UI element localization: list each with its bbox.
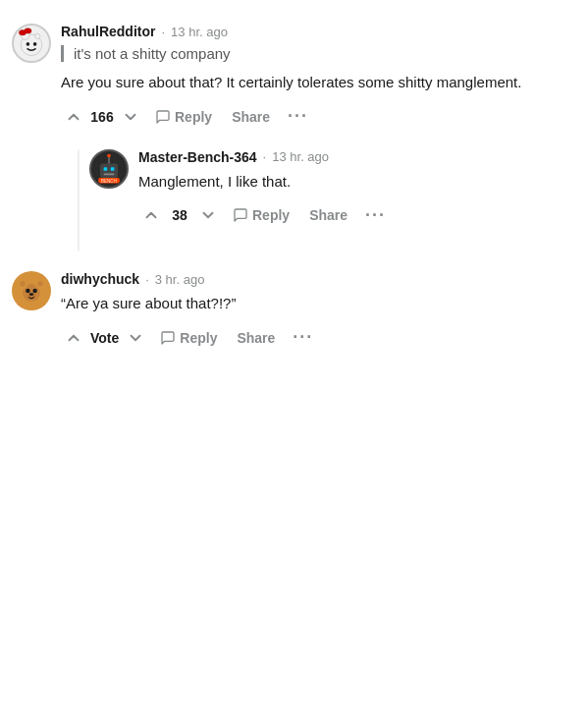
vote-section-master: 38 xyxy=(138,202,221,228)
share-button-master[interactable]: Share xyxy=(301,203,355,227)
separator: · xyxy=(161,25,165,39)
timestamp-diwhychuck: 3 hr. ago xyxy=(155,272,205,287)
comment-diwhychuck: diwhychuck · 3 hr. ago “Are ya sure abou… xyxy=(12,271,576,351)
comment-header-rahul: RahulRedditor · 13 hr. ago xyxy=(61,24,576,39)
action-bar-diwhychuck: Vote Reply Share ··· xyxy=(61,325,576,351)
share-button-rahul[interactable]: Share xyxy=(224,105,278,129)
comment-body-master: Master-Bench-364 · 13 hr. ago Manglement… xyxy=(138,149,576,229)
upvote-button-master[interactable] xyxy=(138,202,164,228)
quoted-text-rahul: it's not a shitty company xyxy=(61,45,576,62)
svg-point-14 xyxy=(107,153,111,157)
svg-rect-13 xyxy=(108,156,110,163)
downvote-button-diwhychuck[interactable] xyxy=(123,325,148,351)
separator: · xyxy=(145,272,149,287)
more-button-master[interactable]: ··· xyxy=(359,203,392,228)
svg-point-1 xyxy=(27,42,30,46)
vote-count-master: 38 xyxy=(168,207,191,223)
username-rahul: RahulRedditor xyxy=(61,24,155,39)
comment-text-rahul: Are you sure about that? It certainly to… xyxy=(61,72,576,94)
svg-point-4 xyxy=(35,33,40,38)
comment-thread: RahulRedditor · 13 hr. ago it's not a sh… xyxy=(0,16,588,378)
comment-body-rahul: RahulRedditor · 13 hr. ago it's not a sh… xyxy=(61,24,576,130)
downvote-button-rahul[interactable] xyxy=(118,104,143,130)
comment-header-master: Master-Bench-364 · 13 hr. ago xyxy=(138,149,576,165)
reply-button-master[interactable]: Reply xyxy=(225,203,297,227)
share-button-diwhychuck[interactable]: Share xyxy=(229,326,283,350)
vote-section-rahul: 166 xyxy=(61,104,143,130)
svg-point-23 xyxy=(26,289,30,294)
thread-line-wrapper: BENCH Master-Bench-364 · 13 hr. ago Mang… xyxy=(59,149,576,252)
comment-header-diwhychuck: diwhychuck · 3 hr. ago xyxy=(61,271,576,287)
more-button-diwhychuck[interactable]: ··· xyxy=(287,325,319,350)
svg-point-22 xyxy=(37,281,42,286)
vote-section-diwhychuck: Vote xyxy=(61,325,148,351)
comment-master: BENCH Master-Bench-364 · 13 hr. ago Mang… xyxy=(89,149,576,229)
reply-button-rahul[interactable]: Reply xyxy=(147,105,220,129)
upvote-button-rahul[interactable] xyxy=(61,104,86,130)
timestamp-rahul: 13 hr. ago xyxy=(171,25,228,39)
svg-rect-9 xyxy=(100,163,118,177)
avatar-rahul xyxy=(12,24,51,63)
nested-body-master: BENCH Master-Bench-364 · 13 hr. ago Mang… xyxy=(89,149,576,252)
timestamp-master: 13 hr. ago xyxy=(272,149,329,164)
svg-point-24 xyxy=(32,289,37,294)
svg-point-2 xyxy=(33,42,37,46)
reply-button-diwhychuck[interactable]: Reply xyxy=(152,326,225,350)
svg-rect-10 xyxy=(104,167,108,171)
upvote-button-diwhychuck[interactable] xyxy=(61,325,86,351)
comment-rahul: RahulRedditor · 13 hr. ago it's not a sh… xyxy=(12,24,576,130)
vote-count-rahul: 166 xyxy=(90,109,114,125)
vote-count-diwhychuck: Vote xyxy=(90,330,119,346)
svg-rect-12 xyxy=(104,173,115,175)
svg-point-26 xyxy=(29,293,34,296)
username-master: Master-Bench-364 xyxy=(138,149,257,165)
nested-comment-master: BENCH Master-Bench-364 · 13 hr. ago Mang… xyxy=(59,149,576,252)
svg-rect-11 xyxy=(111,167,115,171)
avatar-diwhychuck xyxy=(12,271,51,310)
more-button-rahul[interactable]: ··· xyxy=(282,104,314,129)
downvote-button-master[interactable] xyxy=(195,202,221,228)
comment-text-master: Manglement, I like that. xyxy=(138,171,576,194)
action-bar-master: 38 Reply xyxy=(138,202,576,228)
avatar-master: BENCH xyxy=(89,149,129,189)
svg-point-21 xyxy=(20,281,25,286)
comment-body-diwhychuck: diwhychuck · 3 hr. ago “Are ya sure abou… xyxy=(61,271,576,351)
username-diwhychuck: diwhychuck xyxy=(61,271,139,287)
thread-line xyxy=(78,149,80,252)
svg-point-7 xyxy=(24,30,27,34)
comment-text-diwhychuck: “Are ya sure about that?!?” xyxy=(61,293,576,315)
separator: · xyxy=(263,149,267,164)
action-bar-rahul: 166 Reply Share ··· xyxy=(61,104,576,130)
svg-text:BENCH: BENCH xyxy=(101,178,117,183)
